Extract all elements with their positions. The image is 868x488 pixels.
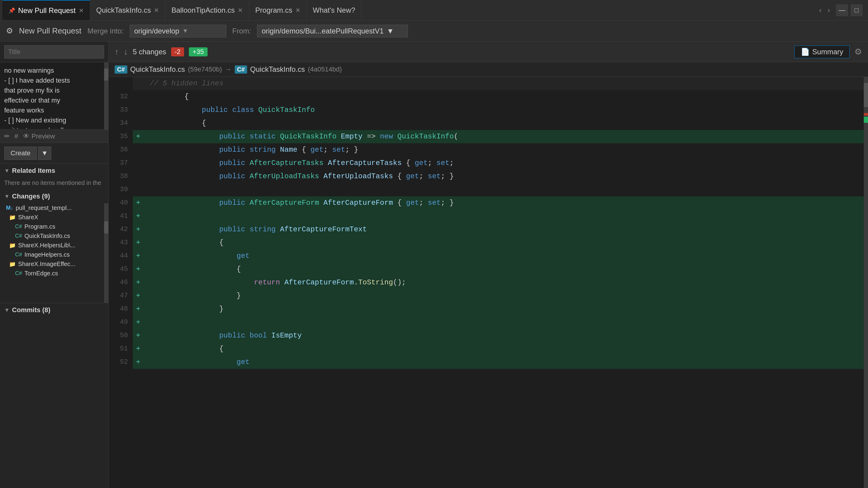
cs-file-icon: C# <box>15 224 22 230</box>
line-sign <box>133 143 144 157</box>
tab-label: What's New? <box>313 6 355 14</box>
tab-scroll-left[interactable]: ‹ <box>816 6 825 14</box>
line-sign <box>133 117 144 130</box>
line-number <box>108 77 133 90</box>
tab-label: Program.cs <box>255 6 292 14</box>
changes-tree: M↓ pull_request_templ... 📁 ShareX C# Pro… <box>0 203 108 303</box>
pin-icon: 📌 <box>8 7 15 14</box>
dropdown-arrow-icon: ▼ <box>182 27 188 34</box>
diff-left-hash: (59e7450b) <box>188 65 222 73</box>
maximize-button[interactable]: □ <box>850 4 863 16</box>
diff-toolbar: ↑ ↓ 5 changes -2 +35 📄 Summary ⚙ <box>108 42 868 62</box>
tree-item-label: ShareX <box>18 214 38 221</box>
line-code: { <box>144 117 864 130</box>
tree-item-sharex-folder[interactable]: 📁 ShareX <box>0 213 104 222</box>
line-number: 44 <box>108 250 133 263</box>
line-code: get <box>144 250 864 263</box>
line-code: { <box>144 236 864 250</box>
tree-item-helperslib-folder[interactable]: 📁 ShareX.HelpersLib\... <box>0 241 104 250</box>
summary-icon: 📄 <box>801 47 810 56</box>
from-value: origin/demos/Bui...eatePullRequestV1 <box>261 27 383 35</box>
line-number: 40 <box>108 196 133 209</box>
close-icon[interactable]: ✕ <box>238 7 243 14</box>
tab-bar: 📌 New Pull Request ✕ QuickTaskInfo.cs ✕ … <box>0 0 868 21</box>
diff-line-32: 32 { <box>108 90 864 103</box>
preview-btn[interactable]: 👁 Preview <box>23 132 55 140</box>
diff-line-35: 35 + public static QuickTaskInfo Empty =… <box>108 130 864 143</box>
cs-file-icon: C# <box>15 270 22 276</box>
tree-item-label: pull_request_templ... <box>16 204 72 212</box>
line-sign <box>133 103 144 117</box>
tree-scrollbar[interactable] <box>104 203 108 303</box>
related-items-header[interactable]: ▼ Related Items <box>0 164 108 177</box>
line-code: } <box>144 289 864 302</box>
diff-settings-button[interactable]: ⚙ <box>855 47 862 57</box>
line-code <box>144 316 864 329</box>
hashtag-btn[interactable]: # <box>14 132 18 140</box>
diff-line-33: 33 public class QuickTaskInfo <box>108 103 864 117</box>
from-dropdown-arrow-icon: ▼ <box>387 27 394 35</box>
summary-button[interactable]: 📄 Summary <box>795 45 849 58</box>
title-input[interactable] <box>4 45 104 59</box>
line-code <box>144 209 864 223</box>
line-code: { <box>144 263 864 276</box>
line-number: 35 <box>108 130 133 143</box>
changes-header[interactable]: ▼ Changes (9) <box>0 189 108 203</box>
commits-header[interactable]: ▼ Commits (8) <box>0 303 108 317</box>
tab-whats-new[interactable]: What's New? <box>307 0 362 20</box>
related-items-text: There are no items mentioned in the <box>4 180 101 186</box>
edit-btn[interactable]: ✏ <box>4 132 10 140</box>
line-sign: + <box>133 263 144 276</box>
create-button[interactable]: Create <box>4 147 37 160</box>
changes-chevron-icon: ▼ <box>4 193 10 200</box>
create-dropdown-button[interactable]: ▼ <box>38 147 51 160</box>
close-icon[interactable]: ✕ <box>79 7 84 14</box>
description-textarea[interactable]: no new warnings - [ ] I have added tests… <box>0 62 108 129</box>
tab-balloontipaction[interactable]: BalloonTipAction.cs ✕ <box>165 0 249 20</box>
merge-into-dropdown[interactable]: origin/develop ▼ <box>130 25 226 37</box>
desc-scrollbar[interactable] <box>104 62 108 130</box>
close-icon[interactable]: ✕ <box>296 7 301 14</box>
create-row: Create ▼ <box>0 143 108 164</box>
line-sign: + <box>133 289 144 302</box>
diff-changes-count: 5 changes <box>133 47 166 56</box>
md-file-icon: M↓ <box>6 205 13 211</box>
from-dropdown[interactable]: origin/demos/Bui...eatePullRequestV1 ▼ <box>257 25 408 37</box>
tree-item-imagehelpers-cs[interactable]: C# ImageHelpers.cs <box>0 250 104 259</box>
close-icon[interactable]: ✕ <box>154 7 159 14</box>
line-number: 37 <box>108 157 133 170</box>
left-panel: no new warnings - [ ] I have added tests… <box>0 42 108 488</box>
line-sign: + <box>133 223 144 236</box>
line-sign: + <box>133 329 144 342</box>
diff-line-40: 40 + public AfterCaptureForm AfterCaptur… <box>108 196 864 209</box>
diff-right-badge: C# <box>235 65 247 74</box>
diff-vertical-scrollbar[interactable] <box>864 77 868 488</box>
line-number: 51 <box>108 342 133 356</box>
diff-line-49: 49 + <box>108 316 864 329</box>
tree-item-label: QuickTaskInfo.cs <box>25 232 70 239</box>
tree-item-quicktaskinfo-cs[interactable]: C# QuickTaskInfo.cs <box>0 231 104 241</box>
tree-item-tornedge-cs[interactable]: C# TornEdge.cs <box>0 269 104 278</box>
merge-into-label: Merge into: <box>88 27 124 35</box>
line-code: { <box>144 342 864 356</box>
minimize-button[interactable]: — <box>836 4 848 16</box>
tab-label: QuickTaskInfo.cs <box>96 6 151 14</box>
diff-line-36: 36 public string Name { get; set; } <box>108 143 864 157</box>
line-code: get <box>144 356 864 369</box>
tree-item-pull-request-template[interactable]: M↓ pull_request_templ... <box>0 203 104 213</box>
tree-item-program-cs[interactable]: C# Program.cs <box>0 222 104 231</box>
line-number: 45 <box>108 263 133 276</box>
tree-item-label: TornEdge.cs <box>25 270 58 277</box>
tab-quicktaskinfo[interactable]: QuickTaskInfo.cs ✕ <box>90 0 165 20</box>
tree-item-imageeffec-folder[interactable]: 📁 ShareX.ImageEffec... <box>0 259 104 269</box>
tab-new-pull-request[interactable]: 📌 New Pull Request ✕ <box>2 0 90 20</box>
tab-scroll-right[interactable]: › <box>825 6 833 14</box>
line-number: 46 <box>108 276 133 289</box>
diff-lines-wrapper: // 5 hidden lines 32 { 33 public class <box>108 77 864 488</box>
diff-nav-down-button[interactable]: ↓ <box>124 47 128 57</box>
diff-nav-up-button[interactable]: ↑ <box>115 47 119 57</box>
related-items-content: There are no items mentioned in the <box>0 177 108 189</box>
tab-program[interactable]: Program.cs ✕ <box>249 0 307 20</box>
pr-icon: ⚙ <box>6 26 13 36</box>
tree-item-label: ImageHelpers.cs <box>25 251 70 258</box>
